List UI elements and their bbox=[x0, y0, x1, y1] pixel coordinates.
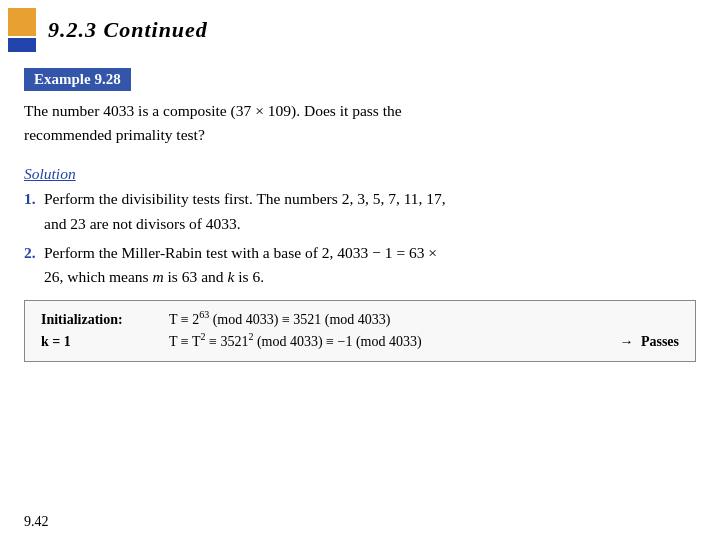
item1-text: Perform the divisibility tests first. Th… bbox=[44, 190, 446, 207]
k-label: k = 1 bbox=[41, 334, 161, 350]
init-label: Initialization: bbox=[41, 312, 161, 328]
init-expr: T ≡ 263 (mod 4033) ≡ 3521 (mod 4033) bbox=[169, 309, 679, 328]
orange-square bbox=[8, 8, 36, 36]
footer: 9.42 bbox=[24, 514, 49, 530]
question-line2: recommended primality test? bbox=[24, 126, 205, 143]
page-number: 9.42 bbox=[24, 514, 49, 529]
math-box: Initialization: T ≡ 263 (mod 4033) ≡ 352… bbox=[24, 300, 696, 361]
item1-number: 1. bbox=[24, 187, 44, 212]
solution-section: Solution 1. Perform the divisibility tes… bbox=[24, 165, 696, 362]
solution-text: 1. Perform the divisibility tests first.… bbox=[24, 187, 696, 290]
example-question: The number 4033 is a composite (37 × 109… bbox=[24, 99, 696, 147]
item2-text: Perform the Miller-Rabin test with a bas… bbox=[44, 244, 437, 261]
solution-label: Solution bbox=[24, 165, 696, 183]
header-squares bbox=[8, 8, 36, 52]
question-line1: The number 4033 is a composite (37 × 109… bbox=[24, 102, 402, 119]
example-label: Example 9.28 bbox=[24, 68, 131, 91]
item2-body: Perform the Miller-Rabin test with a bas… bbox=[44, 241, 696, 291]
header-title: 9.2.3 Continued bbox=[48, 17, 208, 43]
solution-item-2: 2. Perform the Miller-Rabin test with a … bbox=[24, 241, 696, 291]
content-area: Example 9.28 The number 4033 is a compos… bbox=[0, 68, 720, 386]
item1-body: Perform the divisibility tests first. Th… bbox=[44, 187, 696, 237]
item2-number: 2. bbox=[24, 241, 44, 266]
item2-text2: 26, which means m is 63 and k is 6. bbox=[44, 268, 264, 285]
blue-square bbox=[8, 38, 36, 52]
math-row-init: Initialization: T ≡ 263 (mod 4033) ≡ 352… bbox=[41, 309, 679, 328]
solution-item-1: 1. Perform the divisibility tests first.… bbox=[24, 187, 696, 237]
math-row-k: k = 1 T ≡ T2 ≡ 35212 (mod 4033) ≡ −1 (mo… bbox=[41, 331, 679, 350]
k-expr: T ≡ T2 ≡ 35212 (mod 4033) ≡ −1 (mod 4033… bbox=[169, 331, 611, 350]
item1-text2: and 23 are not divisors of 4033. bbox=[44, 215, 241, 232]
page-container: 9.2.3 Continued Example 9.28 The number … bbox=[0, 0, 720, 540]
passes-label: →→ Passes Passes bbox=[619, 334, 679, 350]
header: 9.2.3 Continued bbox=[0, 0, 720, 60]
